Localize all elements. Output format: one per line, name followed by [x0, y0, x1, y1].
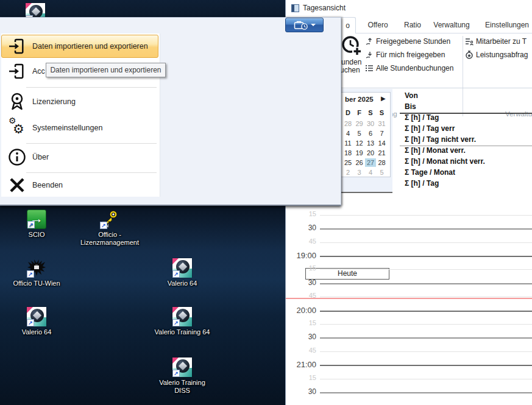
- menu-item-lizenzierung[interactable]: Lizenzierung: [2, 90, 158, 113]
- shortcut-arrow-icon: ↗: [172, 370, 180, 377]
- desktop-icon[interactable]: ↗Officio - Lizenzmanagement: [80, 210, 139, 247]
- calendar-day-cell[interactable]: 19: [354, 149, 365, 157]
- desktop-icon[interactable]: ↗Valerio Training DISS: [153, 357, 211, 395]
- menu-separator: [26, 172, 157, 173]
- briefcase-clock-icon: [294, 20, 308, 30]
- menu-item-ueber[interactable]: Über: [2, 146, 158, 169]
- chevron-down-icon: [311, 24, 316, 26]
- time-label: 30: [286, 387, 316, 396]
- calendar-next-month-button[interactable]: ▶: [381, 95, 386, 102]
- tab-ratio[interactable]: Ratio: [399, 17, 426, 33]
- menu-item-label: Lizenzierung: [32, 97, 76, 106]
- calendar-day-cell[interactable]: 3: [354, 168, 365, 177]
- menu-item-label: Systemeinstellungen: [32, 124, 102, 132]
- summary-row-label: Σ [h] / Tag: [405, 179, 532, 189]
- calendar-day-cell[interactable]: 13: [365, 139, 376, 147]
- calendar-day-cell[interactable]: 27: [365, 158, 376, 167]
- calendar-day-cell[interactable]: 25: [342, 158, 353, 167]
- calendar-day-cell[interactable]: 4: [342, 129, 353, 138]
- calendar-day-cell[interactable]: 12: [354, 139, 365, 147]
- import-export-icon: [7, 62, 27, 81]
- tab-offero[interactable]: Offero: [360, 17, 395, 33]
- time-label: 30: [286, 278, 316, 287]
- tab-einstellungen[interactable]: Einstellungen: [481, 17, 532, 33]
- valerio-app-icon: ↗: [172, 307, 192, 326]
- desktop-icon[interactable]: ↗Valerio 64: [7, 307, 66, 336]
- calendar-day-cell[interactable]: 30: [365, 119, 376, 128]
- calendar-day-cell[interactable]: 11: [342, 139, 353, 147]
- calendar-day-cell[interactable]: 6: [365, 129, 376, 138]
- list-icon: [365, 64, 374, 72]
- screen: Tagesansicht o Offero Ratio Verwaltung E…: [0, 0, 532, 405]
- calendar-day-cell[interactable]: 5: [354, 129, 365, 138]
- summary-row-label: Bis: [405, 102, 532, 112]
- clock-plus-icon: [340, 35, 362, 57]
- license-key-icon: ↗: [100, 210, 119, 229]
- calendar-day-cell[interactable]: 20: [365, 149, 376, 157]
- license-icon: [7, 92, 27, 111]
- time-gridline: [320, 337, 532, 339]
- tooltip: Daten importieren und exportieren: [46, 63, 166, 77]
- employees-button[interactable]: Mitarbeiter zu T: [465, 37, 527, 47]
- time-gridline: [320, 269, 532, 270]
- desktop-icon[interactable]: →↗SCIO: [7, 210, 66, 239]
- calendar-day-cell[interactable]: 29: [354, 119, 365, 128]
- calendar-day-cell[interactable]: 31: [377, 119, 388, 128]
- app-menu-button[interactable]: [285, 18, 324, 32]
- time-gridline: [320, 242, 532, 243]
- calendar-day-cell[interactable]: 18: [342, 149, 353, 157]
- desktop-icon-label: Valerio 64: [153, 280, 211, 287]
- time-gridline: [320, 297, 532, 297]
- summary-row-label: Σ [h] / Tag: [405, 113, 532, 123]
- desktop-icon[interactable]: ↗Valerio 64: [153, 258, 211, 287]
- window-icon: [291, 4, 299, 12]
- desktop-icon-label: Officio TU-Wien: [7, 280, 66, 287]
- calendar-day-cell[interactable]: 5: [377, 168, 388, 177]
- desktop-icon[interactable]: ↗Officio TU-Wien: [7, 258, 66, 287]
- performance-query-button[interactable]: Leistungsabfrag: [465, 51, 528, 60]
- released-hours-button[interactable]: Freigegebene Stunden: [365, 37, 450, 47]
- calendar-day-cell[interactable]: 14: [377, 139, 388, 147]
- summary-separator: [400, 113, 532, 114]
- menu-item-label: Über: [32, 153, 49, 161]
- menu-item-beenden[interactable]: Beenden: [2, 175, 158, 195]
- window-titlebar: Tagesansicht: [286, 0, 532, 16]
- summary-row-label: Von: [405, 91, 532, 101]
- share-hours-icon: [365, 37, 374, 46]
- summary-row-label: Σ [h] / Monat verr.: [405, 146, 532, 156]
- calendar-day-cell[interactable]: 21: [377, 149, 388, 157]
- time-gridline: [320, 379, 532, 379]
- shortcut-arrow-icon: ↗: [27, 319, 34, 326]
- time-label: 20:00: [286, 306, 316, 315]
- valerio-app-icon: ↗: [27, 307, 46, 326]
- time-gridline: [320, 215, 532, 216]
- released-for-me-button[interactable]: Für mich freigegeben: [365, 51, 445, 60]
- shortcut-arrow-icon: ↗: [172, 270, 180, 278]
- tab-verwaltung[interactable]: Verwaltung: [430, 17, 473, 33]
- shortcut-arrow-icon: ↗: [100, 222, 107, 229]
- desktop-icon[interactable]: ↗Valerio Training 64: [153, 307, 211, 336]
- calendar-day-cell[interactable]: 26: [354, 158, 365, 167]
- time-gridline: [320, 351, 532, 352]
- shortcut-arrow-icon: ↗: [27, 221, 35, 228]
- summary-separator: [400, 146, 532, 146]
- calendar-day-cell[interactable]: 28: [342, 119, 353, 128]
- valerio-app-icon: ↗: [172, 258, 192, 278]
- shortcut-arrow-icon: ↗: [27, 270, 34, 278]
- time-label: 30: [286, 333, 316, 341]
- calendar-day-cell[interactable]: 7: [377, 129, 388, 138]
- calendar-day-cell[interactable]: 4: [365, 168, 376, 177]
- time-gridline: [320, 283, 532, 284]
- shortcut-arrow-icon: ↗: [172, 319, 180, 326]
- import-export-icon: [7, 37, 27, 56]
- calendar-day-cell[interactable]: 28: [377, 158, 388, 167]
- time-label: 15: [286, 264, 316, 272]
- all-hour-bookings-button[interactable]: Alle Stundenbuchungen: [365, 64, 453, 74]
- eagle-emblem-icon: ↗: [27, 258, 46, 278]
- scio-app-icon: →↗: [27, 210, 46, 229]
- menu-item-import-export[interactable]: Daten importieren und exportieren: [1, 35, 158, 58]
- time-gridline: [320, 256, 532, 257]
- summary-row-label: Σ [h] / Tag verr: [405, 124, 532, 134]
- menu-item-systemeinstellungen[interactable]: ⚙⚙ Systemeinstellungen: [2, 116, 158, 139]
- calendar-day-cell[interactable]: 2: [342, 168, 353, 177]
